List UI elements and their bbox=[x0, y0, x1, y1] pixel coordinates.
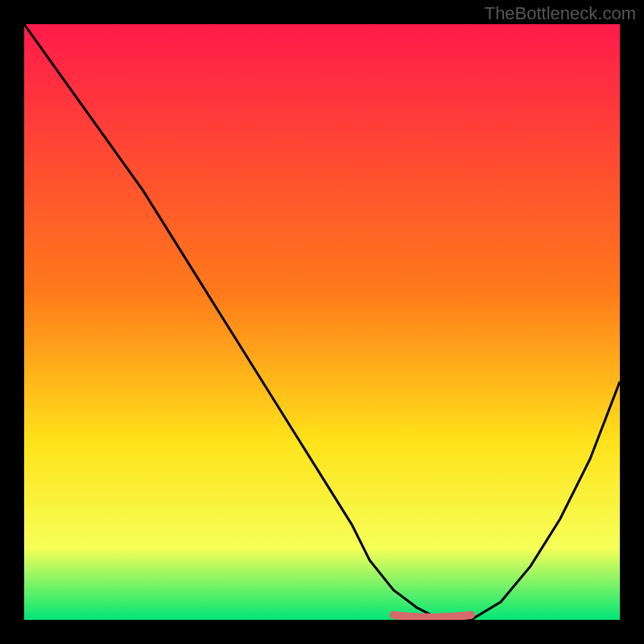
gradient-background bbox=[24, 24, 620, 620]
watermark-text: TheBottleneck.com bbox=[485, 3, 636, 24]
chart-frame: TheBottleneck.com bbox=[0, 0, 644, 644]
optimal-range-marker bbox=[394, 615, 471, 617]
plot-area bbox=[24, 24, 620, 620]
chart-svg bbox=[24, 24, 620, 620]
